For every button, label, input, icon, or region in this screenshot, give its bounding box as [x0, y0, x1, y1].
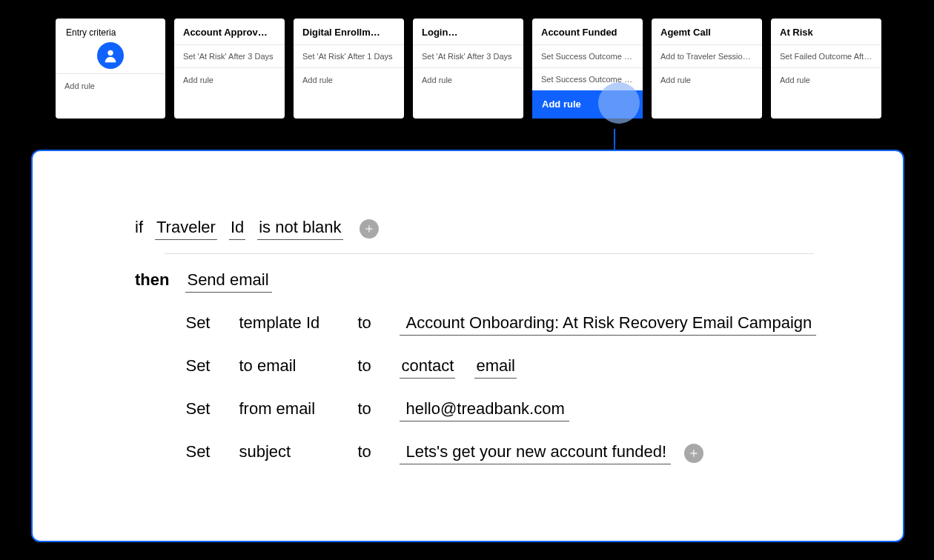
stage-title: Account Funded — [532, 19, 643, 44]
set-keyword: Set — [185, 356, 239, 376]
add-rule-button[interactable]: Add rule — [413, 67, 523, 93]
to-keyword: to — [357, 399, 400, 419]
value-input[interactable]: hello@treadbank.com — [400, 399, 569, 421]
set-keyword: Set — [185, 313, 239, 333]
stage-title: Entry criteria — [56, 19, 165, 41]
rule-line[interactable]: Set Failed Outcome After 30 — [771, 44, 881, 67]
set-keyword: Set — [185, 442, 239, 461]
plus-icon — [364, 224, 374, 234]
svg-point-0 — [107, 50, 113, 56]
stage-card: At RiskSet Failed Outcome After 30Add ru… — [771, 19, 881, 119]
if-row: if Traveler Id is not blank — [33, 218, 903, 246]
rule-line[interactable]: Set 'At Risk' After 3 Days — [413, 44, 523, 67]
add-rule-button[interactable]: Add rule — [174, 67, 285, 93]
rule-editor-panel: if Traveler Id is not blank then Send em… — [31, 150, 904, 542]
rule-line[interactable]: Set Success Outcome (Acc… — [532, 67, 643, 90]
condition-token-attr[interactable]: Id — [229, 218, 245, 240]
add-rule-button[interactable]: Add rule — [652, 67, 762, 93]
value-token[interactable]: contact — [400, 356, 455, 379]
if-keyword: if — [135, 218, 143, 237]
set-field-name: to email — [239, 356, 357, 376]
plus-icon — [689, 448, 699, 459]
then-content: Send email Settemplate IdtoAccount Onboa… — [185, 270, 903, 464]
set-row: Settemplate IdtoAccount Onboarding: At R… — [185, 313, 903, 336]
action-selector[interactable]: Send email — [185, 270, 271, 293]
value-token[interactable]: email — [474, 356, 517, 379]
stage-card: Account FundedSet Success Outcome (Acc…S… — [532, 19, 643, 119]
rule-line[interactable]: Set Success Outcome (Acc… — [532, 44, 643, 67]
value-input[interactable]: Lets's get your new account funded! — [400, 442, 671, 464]
set-field-name: template Id — [239, 313, 357, 333]
stages-row: Entry criteriaAdd ruleAccount Approv…Set… — [0, 0, 934, 119]
set-keyword: Set — [185, 399, 239, 419]
rule-line[interactable]: Set 'At Risk' After 1 Days — [294, 44, 404, 67]
then-keyword: then — [135, 270, 169, 464]
stage-card: Entry criteriaAdd rule — [56, 19, 165, 119]
stage-title: Account Approv… — [174, 19, 285, 44]
add-rule-button[interactable]: Add rule — [294, 67, 404, 93]
add-condition-button[interactable] — [360, 219, 379, 239]
stage-title: Login… — [413, 19, 523, 44]
add-rule-button-active[interactable]: Add rule — [532, 90, 643, 119]
stage-title: At Risk — [771, 19, 881, 44]
person-icon — [97, 42, 124, 69]
to-keyword: to — [357, 313, 400, 333]
stage-card: Agemt CallAdd to Traveler Session: JourA… — [652, 19, 762, 119]
add-rule-button[interactable]: Add rule — [56, 73, 165, 99]
stage-title: Agemt Call — [652, 19, 762, 44]
stage-card: Digital Enrollm…Set 'At Risk' After 1 Da… — [294, 19, 404, 119]
add-set-line-button[interactable] — [684, 444, 703, 463]
condition-token-entity[interactable]: Traveler — [155, 218, 217, 240]
stage-card: Account Approv…Set 'At Risk' After 3 Day… — [174, 19, 285, 119]
set-row: SetsubjecttoLets's get your new account … — [185, 442, 903, 464]
add-rule-button[interactable]: Add rule — [771, 67, 881, 93]
connector-line — [614, 129, 615, 150]
set-field-name: subject — [239, 442, 357, 461]
to-keyword: to — [357, 356, 400, 376]
rule-line[interactable]: Set 'At Risk' After 3 Days — [174, 44, 285, 67]
value-input[interactable]: Account Onboarding: At Risk Recovery Ema… — [400, 313, 816, 336]
rule-divider — [165, 253, 814, 254]
to-keyword: to — [357, 442, 400, 461]
set-field-name: from email — [239, 399, 357, 419]
rule-line[interactable]: Add to Traveler Session: Jour — [652, 44, 762, 67]
stage-title: Digital Enrollm… — [294, 19, 404, 44]
condition-token-op[interactable]: is not blank — [257, 218, 342, 240]
stage-card: Login…Set 'At Risk' After 3 DaysAdd rule — [413, 19, 523, 119]
then-block: then Send email Settemplate IdtoAccount … — [33, 270, 903, 464]
set-row: Setto emailtocontactemail — [185, 356, 903, 379]
value-tokens: contactemail — [400, 356, 517, 379]
set-row: Setfrom emailtohello@treadbank.com — [185, 399, 903, 421]
